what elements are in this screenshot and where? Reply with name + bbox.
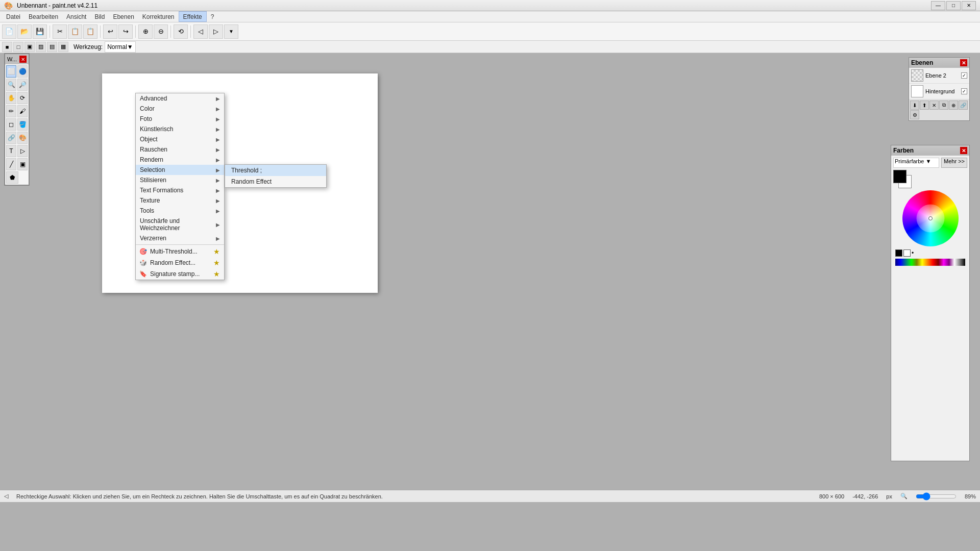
lasso-tool[interactable]: 🔵 bbox=[17, 65, 28, 78]
menu-random-effect[interactable]: 🎲 Random Effect... ★ bbox=[136, 257, 224, 268]
hand-tool[interactable]: ✋ bbox=[6, 92, 16, 104]
farben-close[interactable]: ✕ bbox=[960, 147, 967, 154]
floating-toolbox: W... ✕ ⬜ 🔵 🔍 🔎 ✋ ⟳ ✏ 🖌 ◻ 🪣 bbox=[4, 53, 30, 186]
layer-merge[interactable]: 🔗 bbox=[959, 101, 968, 110]
text-tool[interactable]: T bbox=[6, 145, 16, 157]
rotate-canvas-tool[interactable]: ⟳ bbox=[17, 92, 28, 104]
menu-korrekturen[interactable]: Korrekturen bbox=[138, 11, 179, 22]
line-tool[interactable]: ╱ bbox=[6, 158, 16, 170]
eraser-tool[interactable]: ◻ bbox=[6, 118, 16, 131]
redo-button[interactable]: ↪ bbox=[118, 24, 133, 39]
menu-bild[interactable]: Bild bbox=[90, 11, 109, 22]
mehr-button[interactable]: Mehr >> bbox=[941, 158, 967, 168]
menu-datei[interactable]: Datei bbox=[2, 11, 24, 22]
rectangle-select-tool[interactable]: ⬜ bbox=[6, 65, 16, 78]
sec-btn-1[interactable]: ■ bbox=[2, 42, 12, 52]
shapes-tool[interactable]: ▷ bbox=[17, 145, 28, 157]
close-button[interactable]: ✕ bbox=[962, 1, 976, 10]
advanced-arrow: ▶ bbox=[216, 96, 220, 102]
mini-swatch-white[interactable] bbox=[903, 249, 911, 257]
object-label: Object bbox=[140, 136, 158, 143]
layer-settings[interactable]: ⚙ bbox=[910, 110, 919, 119]
menu-tools[interactable]: Tools ▶ bbox=[136, 206, 224, 216]
nav-btn-2[interactable]: ▷ bbox=[209, 24, 223, 39]
layer-duplicate[interactable]: ⧉ bbox=[939, 101, 948, 110]
paste-button[interactable]: 📋 bbox=[83, 24, 97, 39]
menu-ebenen[interactable]: Ebenen bbox=[109, 11, 138, 22]
open-button[interactable]: 📂 bbox=[17, 24, 32, 39]
menu-color[interactable]: Color ▶ bbox=[136, 104, 224, 114]
tools-arrow: ▶ bbox=[216, 208, 220, 214]
clone-tool[interactable]: 🔗 bbox=[6, 132, 16, 144]
layer-item-2[interactable]: Hintergrund ✓ bbox=[909, 84, 969, 99]
extra-tool[interactable]: ⬟ bbox=[6, 171, 18, 184]
nav-btn-1[interactable]: ◁ bbox=[193, 24, 208, 39]
pencil-tool[interactable]: ✏ bbox=[6, 105, 16, 117]
menu-stilisieren[interactable]: Stilisieren ▶ bbox=[136, 175, 224, 185]
mini-swatch-black[interactable] bbox=[895, 249, 902, 257]
toolbox-close[interactable]: ✕ bbox=[19, 56, 27, 63]
zoom-slider[interactable] bbox=[916, 493, 957, 500]
menu-rauschen[interactable]: Rauschen ▶ bbox=[136, 144, 224, 155]
save-button[interactable]: 💾 bbox=[33, 24, 47, 39]
layer-move-down[interactable]: ⬇ bbox=[910, 101, 919, 110]
copy-button[interactable]: 📋 bbox=[68, 24, 82, 39]
mode-dropdown[interactable]: Normal ▼ bbox=[105, 41, 136, 53]
menu-texture[interactable]: Texture ▶ bbox=[136, 195, 224, 206]
sec-btn-4[interactable]: ▨ bbox=[36, 42, 46, 52]
menu-unschärfe[interactable]: Unschärfe und Weichzeichner ▶ bbox=[136, 216, 224, 233]
recolor-tool[interactable]: 🎨 bbox=[17, 132, 28, 144]
ebenen-close[interactable]: ✕ bbox=[960, 59, 967, 66]
zoom-in-button[interactable]: ⊕ bbox=[138, 24, 153, 39]
menu-object[interactable]: Object ▶ bbox=[136, 134, 224, 144]
menu-ansicht[interactable]: Ansicht bbox=[62, 11, 90, 22]
menu-signature-stamp[interactable]: 🔖 Signature stamp... ★ bbox=[136, 268, 224, 280]
sec-btn-6[interactable]: ▦ bbox=[58, 42, 68, 52]
sec-btn-3[interactable]: ▣ bbox=[24, 42, 35, 52]
menu-selection[interactable]: Selection ▶ bbox=[136, 165, 224, 175]
menu-bearbeiten[interactable]: Bearbeiten bbox=[24, 11, 62, 22]
menu-text-formations[interactable]: Text Formations ▶ bbox=[136, 185, 224, 195]
paint-bucket-tool[interactable]: 🪣 bbox=[17, 118, 28, 131]
cut-button[interactable]: ✂ bbox=[53, 24, 67, 39]
color-mode-dropdown[interactable]: Primärfarbe ▼ bbox=[893, 158, 939, 168]
status-message: Rechteckige Auswahl: Klicken und ziehen … bbox=[16, 493, 811, 499]
minimize-button[interactable]: — bbox=[931, 1, 945, 10]
submenu-random-effect[interactable]: Random Effect bbox=[225, 176, 326, 187]
layer-checkbox-1[interactable]: ✓ bbox=[961, 72, 967, 79]
main-layout: W... ✕ ⬜ 🔵 🔍 🔎 ✋ ⟳ ✏ 🖌 ◻ 🪣 bbox=[0, 53, 980, 502]
rotate-button[interactable]: ⟲ bbox=[174, 24, 188, 39]
layer-name-2: Hintergrund bbox=[925, 88, 959, 94]
menu-verzerren[interactable]: Verzerren ▶ bbox=[136, 233, 224, 243]
menu-advanced[interactable]: Advanced ▶ bbox=[136, 93, 224, 104]
brush-tool[interactable]: 🖌 bbox=[17, 105, 28, 117]
new-button[interactable]: 📄 bbox=[2, 24, 16, 39]
menu-help[interactable]: ? bbox=[207, 11, 218, 22]
nav-btn-3[interactable]: ▼ bbox=[224, 24, 238, 39]
farben-title-bar: Farben ✕ bbox=[891, 145, 969, 156]
maximize-button[interactable]: □ bbox=[946, 1, 961, 10]
zoom-display: 89% bbox=[965, 493, 976, 499]
menu-multi-threshold[interactable]: 🎯 Multi-Threshold... ★ bbox=[136, 246, 224, 257]
layer-move-up[interactable]: ⬆ bbox=[920, 101, 929, 110]
color-wheel[interactable] bbox=[902, 190, 959, 246]
layer-item-1[interactable]: Ebene 2 ✓ bbox=[909, 68, 969, 84]
menu-foto[interactable]: Foto ▶ bbox=[136, 114, 224, 124]
zoom-out-tool[interactable]: 🔎 bbox=[17, 79, 28, 91]
zoom-tool[interactable]: 🔍 bbox=[6, 79, 16, 91]
sec-btn-2[interactable]: □ bbox=[13, 42, 23, 52]
sec-btn-5[interactable]: ▤ bbox=[47, 42, 57, 52]
color-palette-strip[interactable] bbox=[895, 259, 965, 266]
zoom-out-button[interactable]: ⊖ bbox=[154, 24, 168, 39]
layer-checkbox-2[interactable]: ✓ bbox=[961, 88, 967, 94]
undo-button[interactable]: ↩ bbox=[103, 24, 117, 39]
submenu-threshold[interactable]: Threshold ; bbox=[225, 165, 326, 176]
menu-kunstlerisch[interactable]: Künstlerisch ▶ bbox=[136, 124, 224, 134]
layer-add[interactable]: ⊕ bbox=[949, 101, 958, 110]
gradient-tool[interactable]: ▣ bbox=[17, 158, 28, 170]
nav-left[interactable]: ◁ bbox=[4, 493, 8, 499]
menu-effekte[interactable]: Effekte bbox=[179, 11, 207, 22]
layer-delete[interactable]: ✕ bbox=[929, 101, 939, 110]
menu-rendern[interactable]: Rendern ▶ bbox=[136, 155, 224, 165]
swatch-foreground[interactable] bbox=[893, 170, 906, 183]
